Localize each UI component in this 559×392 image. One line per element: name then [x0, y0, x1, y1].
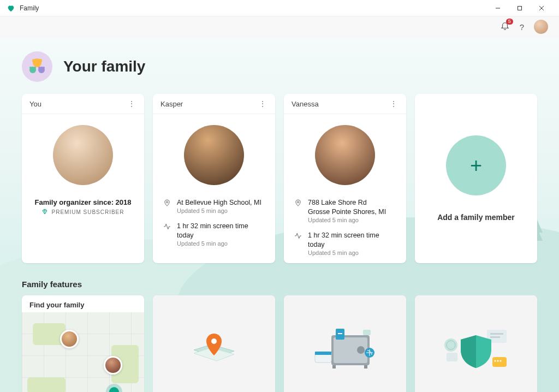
member-card-vanessa: Vanessa ⋮ 788 Lake Shore Rd Grosse Point…: [284, 94, 406, 263]
feature-find-family[interactable]: Find your family: [22, 295, 144, 392]
svg-rect-1: [518, 6, 522, 10]
member-card-kasper: Kasper ⋮ At Bellevue High School, MI Upd…: [153, 94, 275, 263]
window-controls: [487, 0, 552, 16]
svg-rect-24: [315, 352, 331, 355]
features-row: Find your family: [22, 295, 537, 392]
member-location-updated: Updated 5 min ago: [177, 207, 261, 214]
svg-rect-30: [490, 333, 503, 335]
member-screentime-updated: Updated 5 min ago: [177, 240, 265, 247]
feature-location[interactable]: [153, 295, 275, 392]
svg-rect-35: [492, 357, 507, 367]
svg-point-17: [211, 338, 217, 344]
minimize-button[interactable]: [487, 0, 509, 16]
member-screentime: 1 hr 32 min screen time today: [177, 222, 265, 240]
top-toolbar: 5 ?: [0, 16, 559, 37]
family-cards-row: You ⋮ Family organizer since: 2018 PREMI…: [22, 94, 537, 263]
family-logo-icon: [22, 51, 52, 82]
svg-rect-28: [363, 330, 371, 335]
titlebar: Family: [0, 0, 559, 16]
help-button[interactable]: ?: [520, 22, 524, 32]
member-card-you: You ⋮ Family organizer since: 2018 PREMI…: [22, 94, 144, 263]
svg-point-14: [298, 201, 299, 203]
svg-rect-31: [490, 336, 500, 338]
map-member-pin: [104, 356, 122, 375]
svg-point-9: [34, 67, 36, 69]
premium-badge: PREMIUM SUBSCRIBER: [41, 209, 124, 215]
feature-title: Find your family: [22, 295, 144, 312]
svg-point-8: [29, 67, 32, 69]
member-name: Kasper: [160, 100, 183, 108]
add-member-label: Add a family member: [437, 213, 515, 222]
member-location: At Bellevue High School, MI: [177, 198, 261, 207]
shield-icon: [438, 325, 514, 375]
diamond-icon: [41, 209, 48, 215]
member-screentime: 1 hr 32 min screen time today: [308, 231, 396, 250]
svg-rect-21: [332, 365, 336, 369]
map-pin-icon: [189, 328, 239, 372]
member-role: Family organizer since: 2018: [34, 198, 131, 206]
member-location-line1: 788 Lake Shore Rd: [308, 198, 386, 207]
member-avatar: [53, 125, 113, 185]
svg-point-38: [500, 360, 502, 362]
member-more-button[interactable]: ⋮: [259, 99, 267, 108]
member-location-updated: Updated 5 min ago: [308, 217, 386, 223]
member-more-button[interactable]: ⋮: [390, 99, 399, 108]
svg-point-11: [38, 67, 40, 69]
add-member-card[interactable]: + Add a family member: [415, 94, 537, 263]
member-avatar: [315, 125, 375, 185]
notifications-button[interactable]: 5: [500, 21, 510, 33]
profile-avatar-button[interactable]: [534, 20, 548, 34]
add-icon: +: [446, 135, 506, 195]
location-icon: [163, 198, 171, 207]
member-screentime-updated: Updated 5 min ago: [308, 250, 396, 256]
close-button[interactable]: [531, 0, 552, 16]
map-park: [27, 377, 66, 392]
window-title: Family: [20, 4, 39, 12]
safe-icon: [310, 325, 380, 375]
activity-icon: [294, 231, 302, 240]
member-location-line2: Grosse Pointe Shores, MI: [308, 207, 386, 217]
svg-point-6: [39, 59, 42, 62]
page-header: Your family: [22, 37, 537, 94]
location-icon: [294, 198, 302, 207]
svg-point-12: [43, 67, 45, 69]
activity-icon: [163, 222, 171, 230]
member-more-button[interactable]: ⋮: [128, 99, 136, 108]
svg-point-37: [497, 360, 499, 362]
svg-point-20: [357, 346, 365, 354]
maximize-button[interactable]: [509, 0, 531, 16]
svg-rect-22: [364, 365, 367, 369]
svg-point-13: [166, 201, 168, 203]
svg-rect-26: [338, 333, 342, 334]
notification-badge: 5: [506, 19, 513, 25]
feature-safety[interactable]: [415, 295, 537, 392]
page-title: Your family: [63, 58, 145, 75]
premium-label: PREMIUM SUBSCRIBER: [51, 209, 124, 215]
app-icon: [7, 4, 15, 13]
feature-body: [22, 312, 144, 392]
map-member-pin: [60, 330, 79, 348]
svg-point-36: [495, 360, 496, 362]
member-avatar: [184, 125, 244, 185]
svg-point-5: [32, 59, 35, 62]
main-surface: Your family You ⋮ Family organizer since…: [0, 37, 559, 392]
features-heading: Family features: [22, 280, 537, 289]
svg-rect-34: [447, 353, 457, 361]
member-name: Vanessa: [292, 100, 319, 108]
feature-privacy[interactable]: [284, 295, 406, 392]
member-name: You: [29, 100, 41, 108]
